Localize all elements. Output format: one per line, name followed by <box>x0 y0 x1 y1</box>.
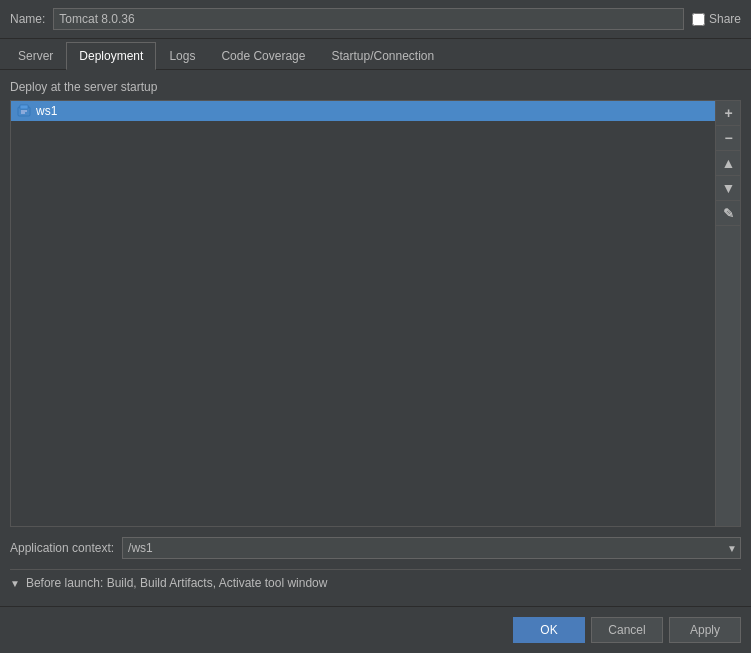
apply-button[interactable]: Apply <box>669 617 741 643</box>
add-button[interactable]: + <box>716 101 741 126</box>
move-down-button[interactable]: ▼ <box>716 176 741 201</box>
before-launch-row: ▼ Before launch: Build, Build Artifacts,… <box>10 569 741 596</box>
app-context-select[interactable]: /ws1 <box>122 537 741 559</box>
bottom-buttons: OK Cancel Apply <box>0 606 751 653</box>
name-input[interactable] <box>53 8 684 30</box>
share-container: Share <box>692 12 741 26</box>
app-context-select-wrapper: /ws1 ▼ <box>122 537 741 559</box>
tab-logs[interactable]: Logs <box>156 42 208 69</box>
tab-deployment[interactable]: Deployment <box>66 42 156 70</box>
name-label: Name: <box>10 12 45 26</box>
remove-button[interactable]: − <box>716 126 741 151</box>
ok-button[interactable]: OK <box>513 617 585 643</box>
tabs: Server Deployment Logs Code Coverage Sta… <box>0 39 751 70</box>
name-bar: Name: Share <box>0 0 751 39</box>
deployment-area: ws1 + − ▲ ▼ ✎ <box>10 100 741 527</box>
sidebar-buttons: + − ▲ ▼ ✎ <box>715 101 740 526</box>
share-label: Share <box>709 12 741 26</box>
svg-rect-1 <box>20 105 28 109</box>
list-item[interactable]: ws1 <box>11 101 715 121</box>
edit-button[interactable]: ✎ <box>716 201 741 226</box>
cancel-button[interactable]: Cancel <box>591 617 663 643</box>
tab-code-coverage[interactable]: Code Coverage <box>208 42 318 69</box>
artifact-icon <box>17 104 31 118</box>
tab-server[interactable]: Server <box>5 42 66 69</box>
move-up-button[interactable]: ▲ <box>716 151 741 176</box>
share-checkbox[interactable] <box>692 13 705 26</box>
dialog: Name: Share Server Deployment Logs Code … <box>0 0 751 653</box>
app-context-label: Application context: <box>10 541 114 555</box>
before-launch-toggle[interactable]: ▼ <box>10 578 20 589</box>
deploy-section-label: Deploy at the server startup <box>10 80 741 94</box>
deployment-list[interactable]: ws1 <box>11 101 715 526</box>
deployment-content: Deploy at the server startup ws1 <box>0 70 751 606</box>
tab-startup-connection[interactable]: Startup/Connection <box>318 42 447 69</box>
before-launch-label: Before launch: Build, Build Artifacts, A… <box>26 576 328 590</box>
app-context-row: Application context: /ws1 ▼ <box>10 537 741 559</box>
list-item-label: ws1 <box>36 104 57 118</box>
